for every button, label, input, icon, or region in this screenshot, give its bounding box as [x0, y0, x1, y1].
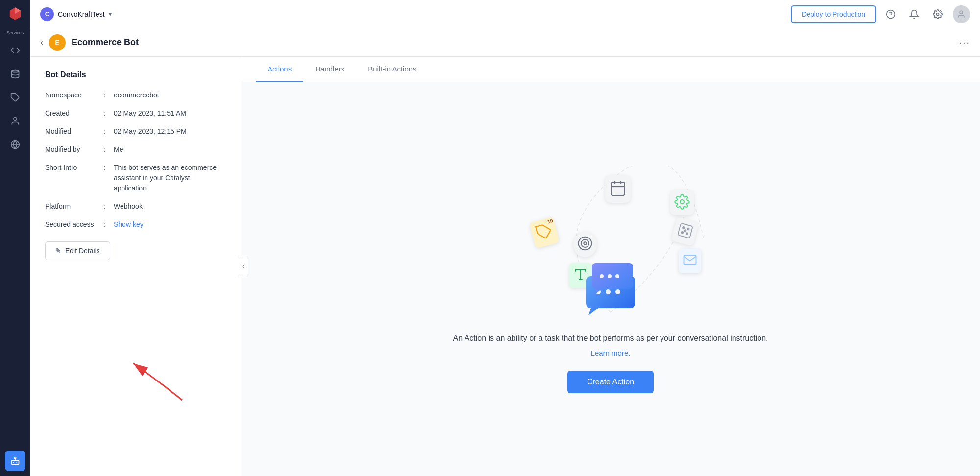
bot-avatar: E — [49, 34, 66, 51]
user-avatar[interactable] — [953, 5, 970, 23]
tab-handlers[interactable]: Handlers — [303, 57, 356, 82]
platform-value: Webhook — [114, 201, 226, 212]
svg-point-19 — [680, 200, 684, 204]
svg-point-13 — [960, 11, 963, 14]
namespace-value: ecommercebot — [114, 90, 226, 100]
project-selector[interactable]: C ConvoKraftTest ▾ — [40, 7, 112, 21]
namespace-label: Namespace — [45, 90, 104, 100]
svg-point-0 — [12, 70, 19, 72]
target-float-icon — [573, 232, 597, 257]
secondary-chat-bubble — [588, 263, 637, 295]
create-action-button[interactable]: Create Action — [567, 371, 654, 393]
sidebar-item-bot[interactable] — [5, 451, 25, 471]
modified-label: Modified — [45, 126, 104, 137]
svg-point-23 — [584, 242, 586, 244]
modified-value: 02 May 2023, 12:15 PM — [114, 126, 226, 137]
svg-point-25 — [683, 226, 685, 229]
envelope-float-icon — [679, 249, 701, 273]
app-logo — [6, 5, 24, 23]
short-intro-row: Short Intro : This bot serves as an ecom… — [45, 163, 226, 193]
learn-more-link[interactable]: Learn more. — [591, 349, 631, 357]
svg-point-36 — [608, 274, 612, 278]
tabs-bar: Actions Handlers Built-in Actions — [241, 57, 980, 82]
created-label: Created — [45, 108, 104, 119]
svg-point-6 — [14, 457, 16, 459]
modified-by-label: Modified by — [45, 144, 104, 155]
modified-by-value: Me — [114, 144, 226, 155]
svg-point-2 — [14, 118, 17, 121]
svg-point-35 — [600, 274, 604, 278]
svg-point-37 — [615, 274, 619, 278]
svg-point-12 — [937, 13, 939, 15]
sidebar-item-user[interactable] — [5, 111, 25, 131]
edit-icon: ✎ — [55, 247, 61, 255]
svg-point-28 — [686, 232, 688, 235]
sidebar-item-globe[interactable] — [5, 134, 25, 155]
main-content: ‹ E Ecommerce Bot ··· Bot Details Namesp… — [30, 28, 980, 476]
project-chevron-icon: ▾ — [109, 11, 112, 18]
svg-rect-5 — [12, 460, 19, 464]
project-name: ConvoKraftTest — [58, 10, 105, 18]
empty-state: 10 — [241, 82, 980, 476]
empty-state-description: An Action is an ability or a task that t… — [453, 334, 768, 343]
back-button[interactable]: ‹ — [40, 37, 43, 48]
modified-by-row: Modified by : Me — [45, 144, 226, 155]
svg-point-22 — [581, 239, 589, 247]
right-panel: Actions Handlers Built-in Actions — [241, 57, 980, 476]
help-icon[interactable] — [882, 5, 900, 23]
collapse-panel-button[interactable]: ‹ — [238, 256, 248, 277]
platform-label: Platform — [45, 201, 104, 212]
bot-details-title: Bot Details — [45, 71, 226, 79]
settings-icon[interactable] — [929, 5, 947, 23]
secured-access-row: Secured access : Show key — [45, 219, 226, 230]
svg-point-26 — [687, 228, 689, 230]
bot-header: ‹ E Ecommerce Bot ··· — [30, 28, 980, 57]
bot-details-panel: Bot Details Namespace : ecommercebot Cre… — [30, 57, 241, 476]
modified-row: Modified : 02 May 2023, 12:15 PM — [45, 126, 226, 137]
notifications-icon[interactable] — [906, 5, 923, 23]
gear-float-icon — [670, 190, 694, 215]
platform-row: Platform : Webhook — [45, 201, 226, 212]
svg-point-27 — [681, 231, 684, 234]
created-row: Created : 02 May 2023, 11:51 AM — [45, 108, 226, 119]
short-intro-value: This bot serves as an ecommerce assistan… — [114, 163, 226, 193]
edit-details-label: Edit Details — [65, 247, 100, 255]
deploy-to-production-button[interactable]: Deploy to Production — [791, 5, 876, 23]
calendar-float-icon — [605, 175, 631, 203]
secured-access-label: Secured access — [45, 219, 104, 230]
more-options-icon[interactable]: ··· — [959, 37, 970, 48]
services-label: Services — [7, 30, 24, 35]
sidebar-item-code[interactable] — [5, 40, 25, 61]
topbar: C ConvoKraftTest ▾ Deploy to Production — [30, 0, 980, 28]
content-area: Bot Details Namespace : ecommercebot Cre… — [30, 57, 980, 476]
svg-point-21 — [579, 237, 592, 250]
tab-built-in-actions[interactable]: Built-in Actions — [356, 57, 428, 82]
svg-rect-15 — [611, 182, 624, 195]
svg-point-29 — [684, 229, 686, 232]
tab-actions[interactable]: Actions — [256, 57, 303, 82]
annotation-arrow — [114, 356, 192, 405]
show-key-link[interactable]: Show key — [114, 219, 226, 230]
empty-state-illustration: 10 — [517, 166, 704, 322]
bot-title: Ecommerce Bot — [72, 37, 139, 48]
sidebar: Services — [0, 0, 30, 476]
sidebar-item-puzzle[interactable] — [5, 87, 25, 108]
created-value: 02 May 2023, 11:51 AM — [114, 108, 226, 119]
project-icon: C — [40, 7, 54, 21]
sidebar-item-database[interactable] — [5, 64, 25, 84]
short-intro-label: Short Intro — [45, 163, 104, 193]
edit-details-button[interactable]: ✎ Edit Details — [45, 241, 110, 260]
namespace-row: Namespace : ecommercebot — [45, 90, 226, 100]
